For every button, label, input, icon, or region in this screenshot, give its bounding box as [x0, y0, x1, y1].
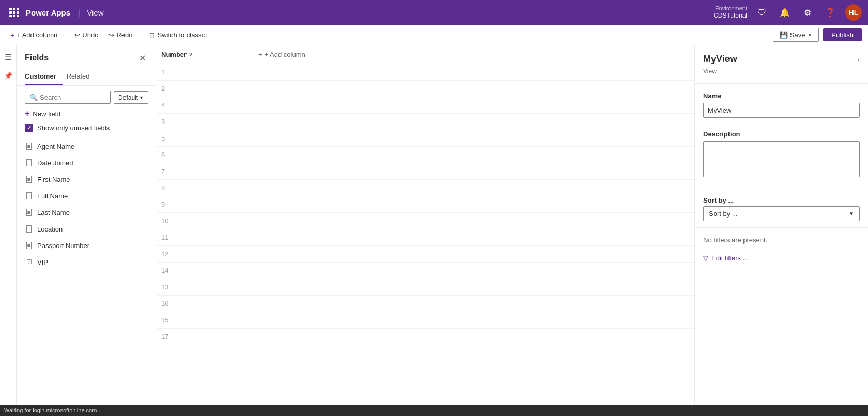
name-field: Name [695, 86, 868, 124]
add-column-label: + Add column [17, 31, 57, 39]
table-row[interactable]: 3 [157, 114, 694, 130]
list-item[interactable]: ≡ Agent Name [17, 138, 157, 155]
svg-rect-2 [17, 8, 19, 10]
new-field-button[interactable]: + New field [17, 106, 157, 121]
field-name: Agent Name [37, 143, 74, 150]
right-panel-expand-icon[interactable]: › [857, 55, 860, 64]
help-icon[interactable]: ❓ [823, 5, 838, 20]
no-filters-text: No filters are present. [695, 230, 868, 250]
table-row[interactable]: 11 [157, 229, 694, 246]
table-row[interactable]: 9 [157, 196, 694, 213]
list-item[interactable]: ≡ Last Name [17, 204, 157, 221]
sidebar-pin-button[interactable]: 📌 [1, 68, 16, 83]
row-number: 13 [161, 283, 254, 291]
field-name: Location [37, 225, 63, 233]
table-row[interactable]: 2 [157, 81, 694, 97]
sort-by-label: Sort by ... [709, 210, 738, 218]
svg-rect-8 [17, 15, 19, 17]
avatar[interactable]: HL [845, 4, 862, 21]
nav-separator: | [79, 8, 81, 17]
notification-icon[interactable]: 🔔 [777, 5, 793, 20]
description-textarea[interactable] [703, 141, 860, 177]
publish-button[interactable]: Publish [823, 28, 862, 41]
field-name: Full Name [37, 192, 68, 200]
add-column-button[interactable]: + + Add column [6, 29, 61, 41]
row-number: 9 [161, 201, 254, 208]
svg-rect-3 [9, 11, 12, 14]
list-item[interactable]: ≡ First Name [17, 171, 157, 188]
search-input[interactable] [40, 94, 106, 101]
default-dropdown-button[interactable]: Default ▼ [114, 91, 148, 104]
top-navigation: Power Apps | View Environment CDSTutoria… [0, 0, 868, 25]
undo-button[interactable]: ↩ Undo [70, 29, 102, 41]
svg-rect-7 [13, 15, 16, 17]
field-icon-text: ≡ [25, 159, 33, 167]
list-item[interactable]: ≡ Full Name [17, 188, 157, 204]
undo-label: Undo [82, 31, 98, 39]
row-number: 4 [161, 101, 254, 109]
field-name: Date Joined [37, 159, 73, 167]
main-layout: ☰ 📌 Fields ✕ Customer Related 🔍 Default … [0, 45, 868, 416]
table-row[interactable]: 1 [157, 64, 694, 81]
table-row[interactable]: 16 [157, 296, 694, 312]
redo-label: Redo [116, 31, 132, 39]
toggle-sidebar-button[interactable]: ☰ [1, 50, 16, 64]
fields-search-box[interactable]: 🔍 [25, 91, 111, 104]
table-row[interactable]: 13 [157, 279, 694, 296]
panel-divider-1 [695, 83, 868, 84]
sort-by-dropdown-button[interactable]: Sort by ... ▼ [703, 206, 860, 221]
number-column-header[interactable]: Number ∨ [161, 51, 254, 58]
app-name: Power Apps [26, 8, 70, 17]
shield-icon[interactable]: 🛡 [754, 5, 770, 20]
edit-filters-button[interactable]: ▽ Edit filters ... [695, 250, 868, 266]
show-unused-checkbox[interactable]: ✓ [25, 124, 33, 132]
fields-search-row: 🔍 Default ▼ [17, 86, 157, 106]
add-column-grid-button[interactable]: + + Add column [254, 49, 309, 60]
view-subtitle: View [695, 67, 868, 81]
field-name: Last Name [37, 209, 70, 217]
name-input[interactable] [703, 103, 860, 118]
list-item[interactable]: ≡ Passport Number [17, 237, 157, 254]
settings-icon[interactable]: ⚙ [800, 5, 815, 20]
list-item[interactable]: ☑ VIP [17, 254, 157, 270]
list-item[interactable]: ≡ Location [17, 221, 157, 237]
row-number: 15 [161, 316, 254, 324]
sidebar-toggle-panel: ☰ 📌 [0, 45, 17, 416]
field-icon-text: ≡ [25, 241, 33, 250]
fields-panel: Fields ✕ Customer Related 🔍 Default ▼ + … [17, 45, 157, 416]
row-number: 6 [161, 151, 254, 159]
status-bar: Waiting for login.microsoftonline.com... [0, 405, 868, 416]
switch-classic-button[interactable]: ⊡ Switch to classic [145, 29, 210, 41]
table-row[interactable]: 5 [157, 130, 694, 147]
row-number: 1 [161, 68, 254, 76]
tab-customer[interactable]: Customer [25, 68, 63, 85]
table-row[interactable]: 15 [157, 312, 694, 329]
list-item[interactable]: ≡ Date Joined [17, 155, 157, 171]
table-row[interactable]: 12 [157, 246, 694, 263]
grid-rows: 1 2 4 3 5 6 7 8 9 10 11 12 14 13 16 15 1… [157, 64, 694, 345]
grid-container[interactable]: Number ∨ + + Add column 1 2 4 3 5 6 7 8 … [157, 45, 694, 416]
table-row[interactable]: 14 [157, 263, 694, 279]
table-row[interactable]: 4 [157, 97, 694, 114]
row-number: 17 [161, 333, 254, 341]
field-icon-text: ≡ [25, 225, 33, 233]
table-row[interactable]: 8 [157, 180, 694, 196]
save-button[interactable]: 💾 Save ▼ [773, 28, 819, 42]
table-row[interactable]: 7 [157, 163, 694, 180]
field-name: VIP [37, 258, 48, 266]
add-column-grid-label: + Add column [265, 51, 305, 58]
new-field-plus-icon: + [25, 109, 29, 118]
table-row[interactable]: 10 [157, 213, 694, 229]
redo-button[interactable]: ↪ Redo [104, 29, 136, 41]
default-label: Default [118, 94, 138, 101]
show-unused-row[interactable]: ✓ Show only unused fields [17, 121, 157, 136]
switch-icon: ⊡ [149, 31, 155, 39]
row-number: 14 [161, 267, 254, 274]
table-row[interactable]: 6 [157, 147, 694, 163]
table-row[interactable]: 17 [157, 329, 694, 345]
save-dropdown-icon[interactable]: ▼ [807, 32, 812, 38]
view-title: MyView [703, 54, 737, 65]
close-fields-button[interactable]: ✕ [136, 52, 148, 64]
waffle-menu[interactable] [6, 5, 22, 20]
tab-related[interactable]: Related [67, 68, 96, 85]
